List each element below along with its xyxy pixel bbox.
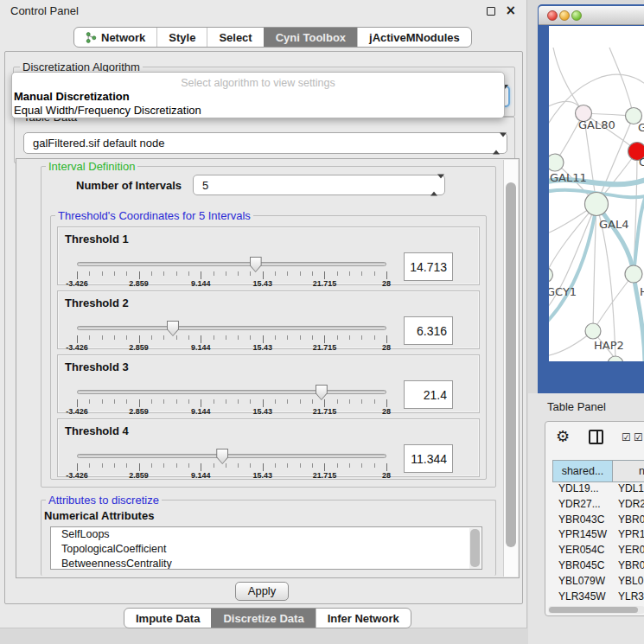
tick-label: -3.426 [66, 407, 88, 416]
list-item[interactable]: SelfLoops [51, 527, 481, 542]
cell-shared-name[interactable]: YDR27... [552, 498, 613, 513]
tab-style[interactable]: Style [156, 28, 207, 47]
cell-shared-name[interactable]: YBR045C [552, 559, 613, 575]
slider-thumb[interactable] [316, 385, 328, 400]
slider-thumb[interactable] [167, 321, 179, 336]
cell-name[interactable]: YER0 [613, 544, 644, 559]
tab-jactivemnodules[interactable]: jActiveMNodules [357, 28, 471, 47]
node-label: GA [638, 121, 644, 134]
tab-impute-data[interactable]: Impute Data [124, 609, 211, 628]
zoom-traffic-light[interactable] [571, 10, 582, 21]
slider-track[interactable] [77, 262, 386, 266]
cell-name[interactable]: YBL0 [613, 575, 644, 590]
minimize-traffic-light[interactable] [559, 10, 570, 21]
num-intervals-label: Number of Intervals [76, 179, 182, 192]
panel-title: Control Panel [10, 4, 79, 17]
float-window-icon[interactable] [487, 7, 495, 16]
slider-tick-labels: -3.4262.8599.14415.4321.71528 [77, 407, 386, 417]
threshold-3-value[interactable] [404, 380, 453, 409]
cell-shared-name[interactable]: YBR043C [552, 513, 613, 529]
threshold-1-slider[interactable]: -3.4262.8599.14415.4321.71528 [77, 258, 386, 284]
cell-shared-name[interactable]: YDL19... [552, 482, 613, 498]
table-data-select[interactable]: galFiltered.sif default node [23, 132, 507, 154]
threshold-4-value[interactable] [404, 444, 453, 473]
tab-cyni-toolbox[interactable]: Cyni Toolbox [264, 28, 357, 47]
close-icon[interactable]: × [505, 3, 516, 18]
tick-label: 9.144 [191, 279, 211, 288]
dropdown-option-manual[interactable]: Manual Discretization [14, 90, 130, 103]
threshold-1-panel: Threshold 1 -3.4262.8599.14415.4321.7152… [57, 226, 480, 285]
network-node[interactable] [585, 323, 601, 339]
scrollbar-thumb[interactable] [506, 182, 516, 547]
network-node[interactable] [549, 268, 553, 283]
column-header-shared-name[interactable]: shared... [552, 460, 613, 482]
table-row[interactable]: YBR045CYBR0 [552, 559, 644, 575]
network-node[interactable] [625, 265, 642, 283]
cell-name[interactable]: YLR3 [613, 590, 644, 604]
threshold-2-slider[interactable]: -3.4262.8599.14415.4321.71528 [77, 322, 386, 348]
cell-name[interactable]: YBR0 [613, 559, 644, 575]
slider-track[interactable] [77, 454, 386, 458]
table-panel-title: Table Panel [547, 400, 606, 413]
network-canvas[interactable]: GAL80GACGAL11GAL4GCY1HHAP2 [549, 26, 644, 361]
tick-label: 15.43 [253, 471, 273, 480]
tab-select[interactable]: Select [207, 28, 263, 47]
cell-shared-name[interactable]: YBL079W [552, 575, 613, 590]
list-scrollbar[interactable] [469, 528, 481, 569]
slider-thumb[interactable] [250, 257, 262, 272]
tick-label: 28 [382, 407, 391, 416]
apply-button[interactable]: Apply [235, 582, 289, 601]
cell-name[interactable]: YPR1 [613, 528, 644, 544]
list-item[interactable]: TopologicalCoefficient [51, 542, 481, 557]
table-row[interactable]: YBL079WYBL0 [552, 575, 644, 590]
cell-name[interactable]: YDR2 [613, 498, 644, 513]
table-row[interactable]: YBR043CYBR0 [552, 513, 644, 529]
cyni-toolbox-content: Discretization Algorithm Table Data galF… [4, 51, 523, 604]
slider-track[interactable] [77, 390, 386, 394]
tick-label: 21.715 [313, 279, 337, 288]
threshold-3-slider[interactable]: -3.4262.8599.14415.4321.71528 [77, 386, 386, 412]
split-columns-icon[interactable] [589, 430, 603, 444]
list-item[interactable]: BetweennessCentrality [51, 557, 481, 570]
dropdown-option-equal-width[interactable]: Equal Width/Frequency Discretization [14, 104, 201, 117]
checkbox-icon[interactable]: ☑ [634, 431, 643, 443]
node-label: C [639, 156, 644, 169]
selected-table: galFiltered.sif default node [33, 133, 164, 154]
control-panel: Control Panel × Network Style Select Cyn… [0, 0, 527, 628]
cell-shared-name[interactable]: YPR145W [552, 528, 613, 544]
cell-shared-name[interactable]: YER054C [552, 544, 613, 559]
panel-scrollbar[interactable] [503, 160, 518, 577]
num-intervals-select[interactable]: 5 [193, 175, 445, 195]
network-node[interactable] [549, 154, 564, 171]
network-node[interactable] [585, 193, 609, 216]
tab-infer-network[interactable]: Infer Network [316, 609, 411, 628]
tab-discretize-data[interactable]: Discretize Data [211, 609, 315, 628]
tick-label: 28 [382, 279, 391, 288]
slider-track[interactable] [77, 326, 386, 330]
threshold-label: Threshold 2 [65, 296, 129, 309]
cell-name[interactable]: YBR0 [613, 513, 644, 529]
threshold-2-value[interactable] [404, 316, 453, 345]
checkbox-icon[interactable]: ☑ [622, 431, 631, 443]
tab-label: Network [101, 31, 145, 44]
table-row[interactable]: YER054CYER0 [552, 544, 644, 559]
table-row[interactable]: YDL19...YDL1 [552, 482, 644, 498]
settings-scroll-panel: Interval Definition Number of Intervals … [16, 158, 520, 578]
table-row[interactable]: YPR145WYPR1 [552, 528, 644, 544]
network-node[interactable] [608, 356, 623, 361]
slider-thumb[interactable] [216, 449, 228, 464]
cell-shared-name[interactable]: YLR345W [552, 590, 613, 604]
threshold-1-value[interactable] [404, 252, 453, 281]
table-row[interactable]: YDR27...YDR2 [552, 498, 644, 513]
threshold-4-slider[interactable]: -3.4262.8599.14415.4321.71528 [77, 450, 386, 476]
close-traffic-light[interactable] [547, 10, 558, 21]
table-data-group: Table Data galFiltered.sif default node [14, 117, 515, 163]
column-header-name[interactable]: n [613, 460, 644, 482]
horizontal-scrollbar[interactable] [548, 606, 644, 614]
scrollbar-thumb[interactable] [549, 607, 638, 613]
tab-network[interactable]: Network [74, 28, 156, 47]
gear-icon[interactable]: ⚙ [556, 427, 570, 445]
threshold-2-panel: Threshold 2 -3.4262.8599.14415.4321.7152… [57, 290, 480, 349]
cell-name[interactable]: YDL1 [613, 482, 644, 498]
table-row[interactable]: YLR345WYLR3 [552, 590, 644, 604]
